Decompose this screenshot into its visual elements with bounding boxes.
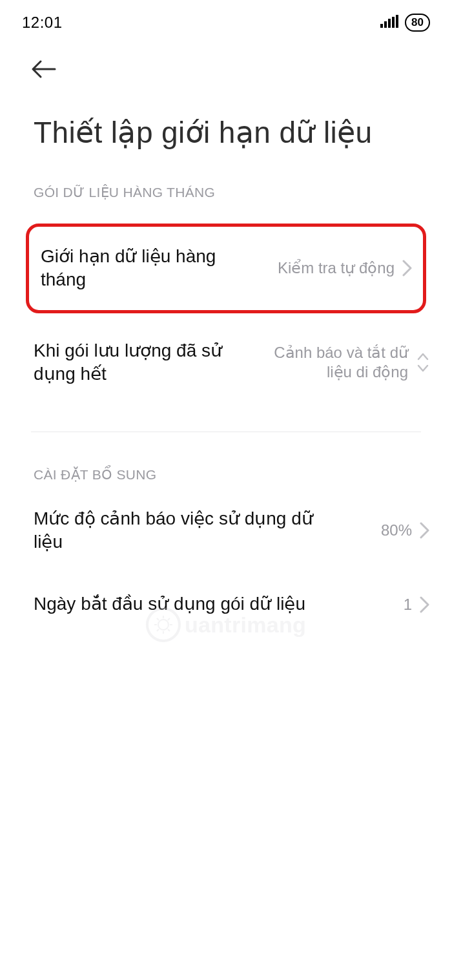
chevron-right-icon	[420, 522, 430, 539]
row-value: 1	[404, 595, 412, 614]
row-when-used-up[interactable]: Khi gói lưu lượng đã sử dụng hết Cảnh bá…	[0, 313, 452, 406]
row-value: 80%	[381, 521, 412, 540]
row-warning-level[interactable]: Mức độ cảnh báo việc sử dụng dữ liệu 80%	[0, 488, 452, 574]
row-label: Giới hạn dữ liệu hàng tháng	[41, 245, 260, 292]
back-button[interactable]	[31, 59, 57, 83]
row-label: Ngày bắt đầu sử dụng gói dữ liệu	[34, 592, 305, 616]
svg-rect-4	[396, 15, 398, 28]
chevron-updown-icon	[416, 351, 430, 373]
row-label: Mức độ cảnh báo việc sử dụng dữ liệu	[34, 507, 331, 554]
row-monthly-limit[interactable]: Giới hạn dữ liệu hàng tháng Kiểm tra tự …	[29, 227, 423, 310]
row-value: Kiểm tra tự động	[278, 258, 395, 278]
chevron-right-icon	[402, 260, 413, 276]
header-row	[0, 34, 452, 83]
battery-icon: 80	[405, 14, 430, 32]
row-value: Cảnh báo và tắt dữ liệu di động	[253, 343, 408, 382]
row-start-date[interactable]: Ngày bắt đầu sử dụng gói dữ liệu 1	[0, 573, 452, 635]
section-header-additional: CÀI ĐẶT BỔ SUNG	[0, 432, 452, 488]
svg-rect-3	[392, 17, 395, 28]
highlight-annotation: Giới hạn dữ liệu hàng tháng Kiểm tra tự …	[26, 224, 426, 313]
row-label: Khi gói lưu lượng đã sử dụng hết	[34, 339, 253, 386]
status-time: 12:01	[22, 14, 63, 32]
signal-icon	[380, 15, 398, 30]
svg-rect-0	[380, 24, 383, 28]
chevron-right-icon	[420, 596, 430, 613]
svg-rect-2	[388, 19, 391, 28]
status-right: 80	[380, 14, 430, 32]
battery-level: 80	[411, 16, 424, 29]
section-header-monthly: GÓI DỮ LIỆU HÀNG THÁNG	[0, 150, 452, 205]
page-title: Thiết lập giới hạn dữ liệu	[0, 83, 452, 150]
status-bar: 12:01 80	[0, 0, 452, 34]
svg-rect-1	[384, 21, 387, 28]
